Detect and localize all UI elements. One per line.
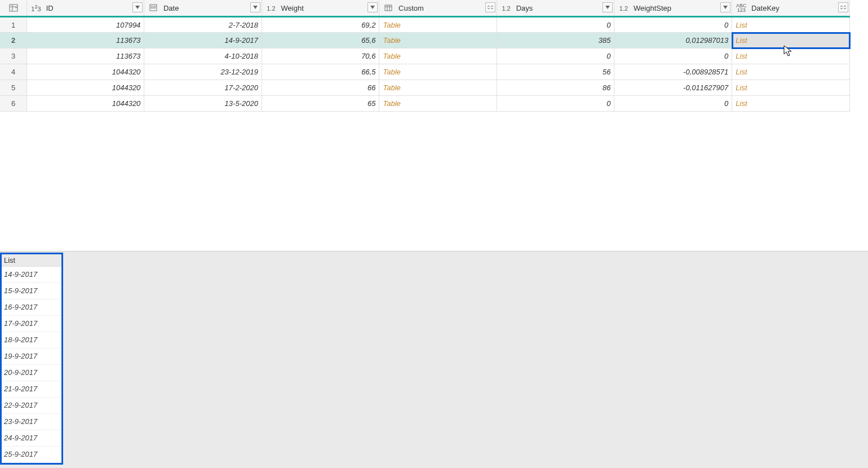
cell-custom-link[interactable]: Table <box>379 80 497 96</box>
filter-button[interactable] <box>367 2 378 12</box>
cell-id: 107994 <box>27 17 144 33</box>
row-number: 3 <box>0 48 27 64</box>
svg-rect-5 <box>151 7 152 8</box>
column-header-datekey[interactable]: ABC123 DateKey <box>732 0 850 17</box>
table-row[interactable]: 6104432013-5-202065Table00List <box>0 96 850 112</box>
cell-datekey-link[interactable]: List <box>732 17 850 33</box>
filter-button[interactable] <box>603 2 613 12</box>
table-row[interactable]: 5104432017-2-202066Table86-0,011627907Li… <box>0 80 850 96</box>
list-preview-header: List <box>2 254 61 267</box>
list-item[interactable]: 15-9-2017 <box>2 283 61 299</box>
expand-button[interactable] <box>485 2 495 12</box>
any-type-icon: ABC123 <box>736 3 747 12</box>
cell-weight: 69,2 <box>262 17 379 33</box>
list-item[interactable]: 24-9-2017 <box>2 430 61 447</box>
cell-datekey-link[interactable]: List <box>732 64 850 80</box>
column-label: WeightStep <box>634 4 671 12</box>
cell-date: 23-12-2019 <box>144 64 262 80</box>
decimal-type-icon: 1.2 <box>618 5 629 12</box>
decimal-type-icon: 1.2 <box>265 5 277 12</box>
column-header-id[interactable]: 123 ID <box>27 0 144 17</box>
row-number: 5 <box>0 80 27 96</box>
cell-custom-link[interactable]: Table <box>379 48 497 64</box>
cell-date: 4-10-2018 <box>144 48 262 64</box>
table-row[interactable]: 211367314-9-201765,6Table3850,012987013L… <box>0 33 850 48</box>
expand-button[interactable] <box>838 2 848 12</box>
cell-weightstep: 0 <box>614 96 732 112</box>
number-type-icon: 123 <box>30 4 42 12</box>
column-header-weight[interactable]: 1.2 Weight <box>262 0 379 17</box>
cell-weight: 65,6 <box>262 33 379 48</box>
column-header-days[interactable]: 1.2 Days <box>497 0 614 17</box>
data-table-area: 123 ID Date 1.2 Weight Custom 1.2 <box>0 0 868 251</box>
row-number: 2 <box>0 33 27 48</box>
row-number: 6 <box>0 96 27 112</box>
filter-button[interactable] <box>132 2 143 12</box>
cell-weight: 66,5 <box>262 64 379 80</box>
cell-weightstep: 0,012987013 <box>614 33 732 48</box>
cell-weight: 66 <box>262 80 379 96</box>
table-select-button[interactable] <box>3 0 23 16</box>
filter-button[interactable] <box>720 2 730 12</box>
list-item[interactable]: 21-9-2017 <box>2 381 61 398</box>
cell-date: 13-5-2020 <box>144 96 262 112</box>
column-header-date[interactable]: Date <box>144 0 262 17</box>
decimal-type-icon: 1.2 <box>501 5 512 12</box>
column-label: Date <box>163 4 179 12</box>
cell-date: 2-7-2018 <box>144 17 262 33</box>
list-item[interactable]: 20-9-2017 <box>2 365 61 381</box>
cell-days: 0 <box>497 96 614 112</box>
cell-weight: 70,6 <box>262 48 379 64</box>
table-row[interactable]: 11079942-7-201869,2Table00List <box>0 17 850 33</box>
cell-weightstep: 0 <box>614 17 732 33</box>
cell-datekey-link[interactable]: List <box>732 33 850 48</box>
column-label: DateKey <box>751 4 780 12</box>
cell-days: 86 <box>497 80 614 96</box>
cell-date: 14-9-2017 <box>144 33 262 48</box>
row-number: 4 <box>0 64 27 80</box>
table-type-icon <box>383 5 394 12</box>
cell-id: 113673 <box>27 48 144 64</box>
list-preview[interactable]: List 14-9-201715-9-201716-9-201717-9-201… <box>0 253 63 465</box>
cell-datekey-link[interactable]: List <box>732 48 850 64</box>
svg-rect-6 <box>153 7 154 8</box>
cell-date: 17-2-2020 <box>144 80 262 96</box>
table-row[interactable]: 31136734-10-201870,6Table00List <box>0 48 850 64</box>
cell-weightstep: 0 <box>614 48 732 64</box>
list-item[interactable]: 17-9-2017 <box>2 316 61 332</box>
cell-id: 1044320 <box>27 64 144 80</box>
cell-days: 0 <box>497 17 614 33</box>
list-item[interactable]: 22-9-2017 <box>2 398 61 414</box>
list-item[interactable]: 18-9-2017 <box>2 332 61 348</box>
table-row[interactable]: 4104432023-12-201966,5Table56-0,00892857… <box>0 64 850 80</box>
cell-days: 56 <box>497 64 614 80</box>
column-header-custom[interactable]: Custom <box>379 0 497 17</box>
calendar-type-icon <box>148 3 159 12</box>
list-item[interactable]: 25-9-2017 <box>2 447 61 463</box>
cell-custom-link[interactable]: Table <box>379 17 497 33</box>
cell-custom-link[interactable]: Table <box>379 33 497 48</box>
cell-weightstep: -0,008928571 <box>614 64 732 80</box>
cell-days: 0 <box>497 48 614 64</box>
cell-weight: 65 <box>262 96 379 112</box>
list-item[interactable]: 16-9-2017 <box>2 299 61 316</box>
cell-datekey-link[interactable]: List <box>732 96 850 112</box>
column-label: Custom <box>398 4 424 12</box>
cell-id: 1044320 <box>27 96 144 112</box>
cell-datekey-link[interactable]: List <box>732 80 850 96</box>
cell-custom-link[interactable]: Table <box>379 64 497 80</box>
cell-days: 385 <box>497 33 614 48</box>
svg-rect-8 <box>385 5 392 11</box>
list-item[interactable]: 19-9-2017 <box>2 348 61 365</box>
list-item[interactable]: 23-9-2017 <box>2 414 61 430</box>
filter-button[interactable] <box>250 2 260 12</box>
column-label: Weight <box>281 4 304 12</box>
list-item[interactable]: 14-9-2017 <box>2 267 61 283</box>
cell-weightstep: -0,011627907 <box>614 80 732 96</box>
row-number: 1 <box>0 17 27 33</box>
cell-id: 113673 <box>27 33 144 48</box>
cell-id: 1044320 <box>27 80 144 96</box>
column-header-weightstep[interactable]: 1.2 WeightStep <box>614 0 732 17</box>
cell-custom-link[interactable]: Table <box>379 96 497 112</box>
svg-rect-7 <box>154 7 156 8</box>
